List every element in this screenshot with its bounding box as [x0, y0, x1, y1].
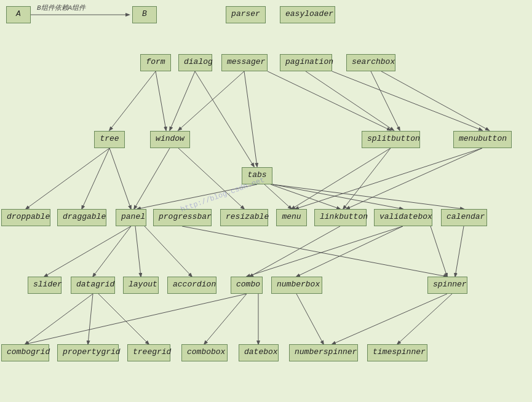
svg-line-41 [98, 294, 149, 344]
svg-line-26 [44, 226, 131, 277]
node-draggable: draggable [57, 209, 106, 226]
node-form: form [140, 54, 171, 71]
svg-line-18 [264, 184, 292, 209]
svg-line-9 [371, 71, 400, 130]
node-numberspinner: numberspinner [289, 344, 358, 361]
node-progressbar: progressbar [153, 209, 212, 226]
svg-line-28 [135, 226, 141, 277]
svg-line-19 [271, 184, 340, 209]
svg-line-2 [156, 71, 166, 130]
node-dialog: dialog [178, 54, 212, 71]
node-parser: parser [226, 6, 266, 23]
node-datebox: datebox [239, 344, 279, 361]
node-messager: messager [221, 54, 268, 71]
node-combogrid: combogrid [1, 344, 49, 361]
svg-line-33 [431, 226, 447, 277]
svg-line-4 [178, 71, 244, 130]
svg-line-31 [247, 226, 403, 277]
svg-line-37 [204, 294, 247, 344]
node-datagrid: datagrid [71, 277, 115, 294]
node-timespinner: timespinner [367, 344, 427, 361]
node-calendar: calendar [441, 209, 487, 226]
svg-line-34 [455, 226, 464, 277]
svg-line-17 [137, 184, 257, 209]
svg-line-1 [109, 71, 156, 130]
svg-line-36 [25, 294, 247, 344]
node-combo: combo [231, 277, 263, 294]
node-linkbutton: linkbutton [314, 209, 367, 226]
svg-line-7 [306, 71, 394, 130]
node-treegrid: treegrid [127, 344, 170, 361]
node-combobox: combobox [181, 344, 228, 361]
svg-line-13 [82, 148, 109, 209]
svg-line-24 [346, 148, 482, 209]
node-resizable: resizable [220, 209, 268, 226]
node-A: A [6, 6, 31, 23]
svg-line-12 [26, 148, 109, 209]
svg-line-30 [182, 226, 447, 277]
node-accordion: accordion [167, 277, 216, 294]
svg-line-5 [244, 71, 257, 167]
svg-line-15 [134, 148, 170, 209]
svg-line-35 [250, 226, 340, 277]
node-layout: layout [123, 277, 159, 294]
node-splitbutton: splitbutton [362, 131, 420, 148]
node-droppable: droppable [1, 209, 50, 226]
svg-line-44 [397, 294, 452, 344]
node-easyloader: easyloader [280, 6, 335, 23]
svg-line-43 [332, 294, 447, 344]
node-numberbox: numberbox [271, 277, 322, 294]
svg-line-11 [195, 71, 254, 167]
node-searchbox: searchbox [346, 54, 395, 71]
svg-line-39 [25, 294, 93, 344]
node-tree: tree [94, 131, 125, 148]
node-B: B [132, 6, 157, 23]
node-pagination: pagination [280, 54, 332, 71]
svg-line-25 [295, 148, 482, 209]
svg-line-32 [296, 226, 403, 277]
node-menubutton: menubutton [453, 131, 512, 148]
arrow-label-ab: B组件依赖A组件 [37, 3, 85, 12]
node-window: window [150, 131, 190, 148]
svg-line-20 [272, 184, 403, 209]
svg-line-29 [145, 226, 192, 277]
svg-line-8 [332, 71, 482, 130]
node-propertygrid: propertygrid [57, 344, 119, 361]
node-menu: menu [276, 209, 307, 226]
svg-line-14 [109, 148, 131, 209]
svg-line-16 [178, 148, 244, 209]
node-panel: panel [116, 209, 146, 226]
svg-line-40 [88, 294, 93, 344]
node-validatebox: validatebox [374, 209, 432, 226]
svg-line-42 [296, 294, 324, 344]
svg-line-23 [292, 148, 391, 209]
svg-line-27 [93, 226, 131, 277]
diagram: A B组件依赖A组件 B parser easyloader form dial… [0, 0, 532, 402]
svg-line-21 [272, 184, 464, 209]
node-spinner: spinner [427, 277, 467, 294]
node-tabs: tabs [242, 167, 272, 184]
svg-line-6 [268, 71, 391, 130]
svg-line-22 [343, 148, 391, 209]
svg-line-3 [170, 71, 195, 130]
svg-line-10 [381, 71, 489, 130]
node-slider: slider [28, 277, 62, 294]
